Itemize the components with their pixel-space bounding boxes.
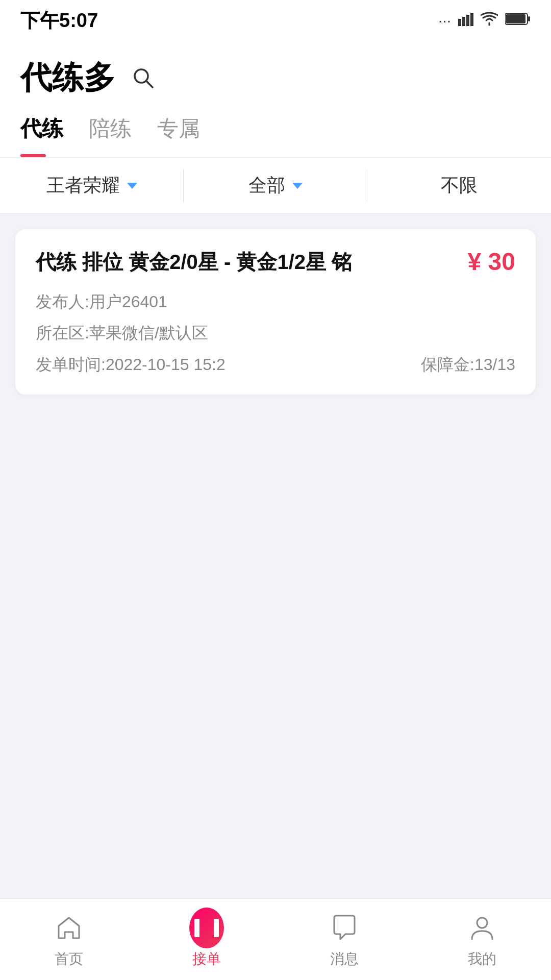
search-button[interactable] <box>128 62 158 93</box>
svg-line-8 <box>146 81 153 87</box>
card-region: 所在区:苹果微信/默认区 <box>36 317 515 349</box>
order-card[interactable]: 代练 排位 黄金2/0星 - 黄金1/2星 铭 ¥ 30 发布人:用户26401… <box>15 229 536 395</box>
tab-dailian[interactable]: 代练 <box>20 114 79 157</box>
status-icons: ··· <box>438 12 531 30</box>
svg-rect-0 <box>458 19 461 26</box>
header: 代练多 <box>0 41 551 114</box>
card-title: 代练 排位 黄金2/0星 - 黄金1/2星 铭 <box>36 248 458 276</box>
svg-rect-1 <box>462 17 465 26</box>
nav-home-label: 首页 <box>55 949 83 969</box>
svg-rect-3 <box>470 13 473 26</box>
card-publisher: 发布人:用户26401 <box>36 286 515 317</box>
tab-zhuanshu[interactable]: 专属 <box>157 114 215 157</box>
filter-bar: 王者荣耀 全部 不限 <box>0 158 551 214</box>
svg-rect-6 <box>528 16 530 21</box>
card-price: ¥ 30 <box>468 248 515 276</box>
cellular-icon <box>458 12 473 30</box>
bottom-nav: 首页 接单 消息 我的 <box>0 898 551 980</box>
signal-icon: ··· <box>438 12 451 29</box>
nav-messages-label: 消息 <box>330 949 359 969</box>
tab-peiliang[interactable]: 陪练 <box>89 114 147 157</box>
battery-icon <box>505 12 531 29</box>
filter-type[interactable]: 全部 <box>184 158 367 213</box>
wifi-icon <box>481 12 498 30</box>
nav-orders-label: 接单 <box>192 949 221 969</box>
filter-game[interactable]: 王者荣耀 <box>0 158 184 213</box>
nav-profile-label: 我的 <box>468 949 496 969</box>
message-icon <box>327 911 362 945</box>
filter-limit[interactable]: 不限 <box>367 158 551 213</box>
status-bar: 下午5:07 ··· <box>0 0 551 41</box>
svg-rect-2 <box>466 15 469 26</box>
status-time: 下午5:07 <box>20 8 98 34</box>
app-title: 代练多 <box>20 56 115 99</box>
nav-profile[interactable]: 我的 <box>413 911 551 969</box>
nav-messages[interactable]: 消息 <box>276 911 413 969</box>
card-deposit: 保障金:13/13 <box>421 354 515 376</box>
home-icon <box>52 911 86 945</box>
content-area: 代练 排位 黄金2/0星 - 黄金1/2星 铭 ¥ 30 发布人:用户26401… <box>0 214 551 410</box>
chevron-down-icon <box>127 183 137 189</box>
orders-icon <box>189 911 224 945</box>
profile-icon <box>465 911 499 945</box>
card-time: 发单时间:2022-10-15 15:2 <box>36 354 226 376</box>
nav-home[interactable]: 首页 <box>0 911 138 969</box>
tabs: 代练 陪练 专属 <box>0 114 551 158</box>
nav-orders[interactable]: 接单 <box>138 911 276 969</box>
svg-point-9 <box>477 918 487 928</box>
chevron-down-icon <box>292 183 303 189</box>
card-meta: 发布人:用户26401 所在区:苹果微信/默认区 <box>36 286 515 349</box>
svg-rect-5 <box>506 14 525 23</box>
